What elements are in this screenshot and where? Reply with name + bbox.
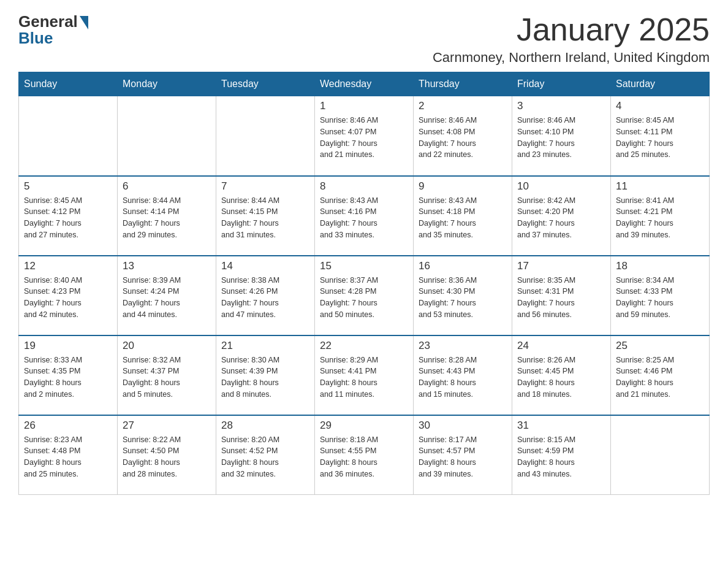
day-number: 12 — [24, 260, 112, 272]
day-info: Sunrise: 8:30 AMSunset: 4:39 PMDaylight:… — [221, 354, 309, 400]
day-number: 28 — [221, 419, 309, 432]
weekday-header-sunday: Sunday — [19, 72, 118, 96]
day-number: 7 — [221, 180, 309, 193]
day-number: 4 — [616, 100, 704, 112]
day-number: 17 — [517, 260, 605, 272]
calendar-cell: 18Sunrise: 8:34 AMSunset: 4:33 PMDayligh… — [611, 256, 710, 335]
day-number: 3 — [517, 100, 605, 112]
calendar-cell: 10Sunrise: 8:42 AMSunset: 4:20 PMDayligh… — [512, 176, 611, 256]
calendar-cell: 8Sunrise: 8:43 AMSunset: 4:16 PMDaylight… — [315, 176, 414, 256]
day-info: Sunrise: 8:43 AMSunset: 4:18 PMDaylight:… — [419, 195, 507, 241]
day-info: Sunrise: 8:36 AMSunset: 4:30 PMDaylight:… — [419, 275, 507, 321]
day-number: 13 — [123, 260, 211, 272]
calendar-cell: 24Sunrise: 8:26 AMSunset: 4:45 PMDayligh… — [512, 335, 611, 415]
calendar-cell: 16Sunrise: 8:36 AMSunset: 4:30 PMDayligh… — [414, 256, 512, 335]
weekday-header-tuesday: Tuesday — [216, 72, 315, 96]
day-info: Sunrise: 8:23 AMSunset: 4:48 PMDaylight:… — [24, 434, 112, 480]
calendar-cell: 13Sunrise: 8:39 AMSunset: 4:24 PMDayligh… — [118, 256, 216, 335]
day-info: Sunrise: 8:40 AMSunset: 4:23 PMDaylight:… — [24, 275, 112, 321]
day-info: Sunrise: 8:17 AMSunset: 4:57 PMDaylight:… — [419, 434, 507, 480]
day-info: Sunrise: 8:35 AMSunset: 4:31 PMDaylight:… — [517, 275, 605, 321]
day-info: Sunrise: 8:43 AMSunset: 4:16 PMDaylight:… — [320, 195, 408, 241]
calendar-cell — [19, 96, 118, 176]
day-info: Sunrise: 8:18 AMSunset: 4:55 PMDaylight:… — [320, 434, 408, 480]
day-number: 14 — [221, 260, 309, 272]
day-number: 31 — [517, 419, 605, 432]
calendar-cell: 21Sunrise: 8:30 AMSunset: 4:39 PMDayligh… — [216, 335, 315, 415]
day-number: 11 — [616, 180, 704, 193]
calendar-cell: 20Sunrise: 8:32 AMSunset: 4:37 PMDayligh… — [118, 335, 216, 415]
calendar-cell: 31Sunrise: 8:15 AMSunset: 4:59 PMDayligh… — [512, 415, 611, 495]
day-number: 5 — [24, 180, 112, 193]
day-info: Sunrise: 8:45 AMSunset: 4:12 PMDaylight:… — [24, 195, 112, 241]
weekday-header-monday: Monday — [118, 72, 216, 96]
calendar-cell: 25Sunrise: 8:25 AMSunset: 4:46 PMDayligh… — [611, 335, 710, 415]
day-info: Sunrise: 8:34 AMSunset: 4:33 PMDaylight:… — [616, 275, 704, 321]
calendar-cell: 2Sunrise: 8:46 AMSunset: 4:08 PMDaylight… — [414, 96, 512, 176]
title-section: January 2025 Carnmoney, Northern Ireland… — [433, 12, 710, 66]
calendar-cell: 14Sunrise: 8:38 AMSunset: 4:26 PMDayligh… — [216, 256, 315, 335]
day-info: Sunrise: 8:32 AMSunset: 4:37 PMDaylight:… — [123, 354, 211, 400]
day-info: Sunrise: 8:25 AMSunset: 4:46 PMDaylight:… — [616, 354, 704, 400]
calendar-cell: 23Sunrise: 8:28 AMSunset: 4:43 PMDayligh… — [414, 335, 512, 415]
logo-blue-text: Blue — [18, 29, 53, 48]
logo-triangle-icon — [80, 16, 88, 29]
day-number: 20 — [123, 340, 211, 352]
day-info: Sunrise: 8:15 AMSunset: 4:59 PMDaylight:… — [517, 434, 605, 480]
calendar-cell: 26Sunrise: 8:23 AMSunset: 4:48 PMDayligh… — [19, 415, 118, 495]
calendar-cell: 7Sunrise: 8:44 AMSunset: 4:15 PMDaylight… — [216, 176, 315, 256]
calendar-table: SundayMondayTuesdayWednesdayThursdayFrid… — [18, 72, 710, 495]
day-info: Sunrise: 8:26 AMSunset: 4:45 PMDaylight:… — [517, 354, 605, 400]
day-info: Sunrise: 8:46 AMSunset: 4:10 PMDaylight:… — [517, 115, 605, 161]
day-number: 2 — [419, 100, 507, 112]
calendar-cell: 17Sunrise: 8:35 AMSunset: 4:31 PMDayligh… — [512, 256, 611, 335]
day-info: Sunrise: 8:29 AMSunset: 4:41 PMDaylight:… — [320, 354, 408, 400]
day-number: 22 — [320, 340, 408, 352]
day-info: Sunrise: 8:20 AMSunset: 4:52 PMDaylight:… — [221, 434, 309, 480]
location-subtitle: Carnmoney, Northern Ireland, United King… — [433, 50, 710, 66]
day-number: 15 — [320, 260, 408, 272]
day-info: Sunrise: 8:45 AMSunset: 4:11 PMDaylight:… — [616, 115, 704, 161]
day-info: Sunrise: 8:33 AMSunset: 4:35 PMDaylight:… — [24, 354, 112, 400]
page-header: General Blue January 2025 Carnmoney, Nor… — [18, 12, 710, 66]
calendar-cell: 1Sunrise: 8:46 AMSunset: 4:07 PMDaylight… — [315, 96, 414, 176]
day-number: 21 — [221, 340, 309, 352]
calendar-week-row: 12Sunrise: 8:40 AMSunset: 4:23 PMDayligh… — [19, 256, 710, 335]
day-info: Sunrise: 8:39 AMSunset: 4:24 PMDaylight:… — [123, 275, 211, 321]
day-number: 30 — [419, 419, 507, 432]
calendar-cell: 29Sunrise: 8:18 AMSunset: 4:55 PMDayligh… — [315, 415, 414, 495]
calendar-cell: 27Sunrise: 8:22 AMSunset: 4:50 PMDayligh… — [118, 415, 216, 495]
day-number: 19 — [24, 340, 112, 352]
calendar-cell: 15Sunrise: 8:37 AMSunset: 4:28 PMDayligh… — [315, 256, 414, 335]
calendar-cell: 30Sunrise: 8:17 AMSunset: 4:57 PMDayligh… — [414, 415, 512, 495]
weekday-header-thursday: Thursday — [414, 72, 512, 96]
calendar-cell — [118, 96, 216, 176]
day-info: Sunrise: 8:44 AMSunset: 4:14 PMDaylight:… — [123, 195, 211, 241]
day-number: 8 — [320, 180, 408, 193]
day-info: Sunrise: 8:44 AMSunset: 4:15 PMDaylight:… — [221, 195, 309, 241]
calendar-cell: 9Sunrise: 8:43 AMSunset: 4:18 PMDaylight… — [414, 176, 512, 256]
day-number: 26 — [24, 419, 112, 432]
day-info: Sunrise: 8:41 AMSunset: 4:21 PMDaylight:… — [616, 195, 704, 241]
day-number: 9 — [419, 180, 507, 193]
calendar-cell — [216, 96, 315, 176]
month-title: January 2025 — [433, 12, 710, 47]
day-number: 6 — [123, 180, 211, 193]
day-info: Sunrise: 8:46 AMSunset: 4:08 PMDaylight:… — [419, 115, 507, 161]
calendar-week-row: 26Sunrise: 8:23 AMSunset: 4:48 PMDayligh… — [19, 415, 710, 495]
day-number: 29 — [320, 419, 408, 432]
calendar-week-row: 19Sunrise: 8:33 AMSunset: 4:35 PMDayligh… — [19, 335, 710, 415]
day-number: 1 — [320, 100, 408, 112]
day-number: 10 — [517, 180, 605, 193]
calendar-cell: 4Sunrise: 8:45 AMSunset: 4:11 PMDaylight… — [611, 96, 710, 176]
day-number: 23 — [419, 340, 507, 352]
calendar-cell: 12Sunrise: 8:40 AMSunset: 4:23 PMDayligh… — [19, 256, 118, 335]
weekday-header-wednesday: Wednesday — [315, 72, 414, 96]
calendar-cell: 11Sunrise: 8:41 AMSunset: 4:21 PMDayligh… — [611, 176, 710, 256]
weekday-header-row: SundayMondayTuesdayWednesdayThursdayFrid… — [19, 72, 710, 96]
day-number: 18 — [616, 260, 704, 272]
calendar-cell: 5Sunrise: 8:45 AMSunset: 4:12 PMDaylight… — [19, 176, 118, 256]
calendar-cell: 28Sunrise: 8:20 AMSunset: 4:52 PMDayligh… — [216, 415, 315, 495]
day-info: Sunrise: 8:38 AMSunset: 4:26 PMDaylight:… — [221, 275, 309, 321]
day-info: Sunrise: 8:28 AMSunset: 4:43 PMDaylight:… — [419, 354, 507, 400]
